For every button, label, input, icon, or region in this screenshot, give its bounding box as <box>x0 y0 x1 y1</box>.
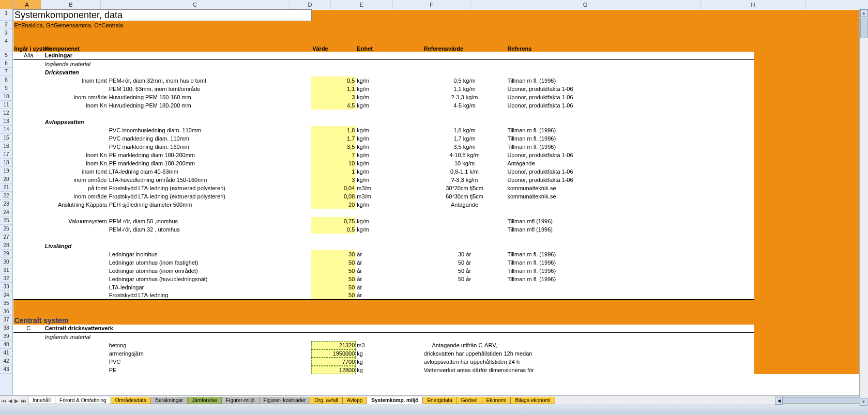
cell[interactable]: 1,1 <box>311 85 356 93</box>
cell[interactable]: Vattenverket antas därför dimensioneras … <box>423 366 507 374</box>
sheet-tab[interactable]: Beräkningar <box>150 397 188 404</box>
cell[interactable]: Tillman m fl. (1996) <box>506 76 754 85</box>
cell[interactable]: kg/m <box>356 217 422 225</box>
tab-nav-prev[interactable]: ◀ <box>8 398 13 403</box>
cell[interactable] <box>13 250 44 258</box>
cell[interactable]: kg <box>356 366 422 374</box>
row-header-8[interactable]: 8 <box>0 76 12 84</box>
cell[interactable]: avloppsvatten har uppehållstiden 24 h <box>423 358 507 366</box>
cell[interactable] <box>13 184 44 192</box>
cell[interactable] <box>13 201 44 209</box>
cell[interactable]: Uponor, produktfakta 1-06 <box>506 85 754 93</box>
cell[interactable]: PVC innomhusledning diam. 110mm <box>108 126 311 134</box>
cell[interactable] <box>13 291 44 300</box>
cell[interactable]: Frostskydd LTA-ledning <box>108 291 311 300</box>
cell[interactable]: Inom område <box>44 93 108 101</box>
column-header-D[interactable]: D <box>290 0 331 9</box>
row-header-42[interactable]: 42 <box>0 357 12 365</box>
cell[interactable]: PVC markledning diam. 110mm <box>108 134 311 143</box>
cell[interactable]: m3/m <box>356 192 422 201</box>
cell[interactable] <box>13 242 44 250</box>
cell[interactable] <box>754 209 868 217</box>
cell[interactable] <box>13 101 44 110</box>
header-cell[interactable]: Enhet <box>356 38 422 52</box>
cell[interactable]: Tillman m fl. (1996) <box>506 126 754 134</box>
cell[interactable] <box>754 118 868 126</box>
column-header-E[interactable]: E <box>331 0 393 9</box>
cell[interactable]: Antagande <box>506 159 754 167</box>
cell[interactable] <box>754 134 868 143</box>
sheet-tab[interactable]: Ekonomi <box>482 397 511 404</box>
cell[interactable] <box>108 325 754 333</box>
cell[interactable]: år <box>356 275 422 283</box>
cell[interactable] <box>754 60 868 68</box>
header-cell[interactable] <box>108 38 311 52</box>
row-header-32[interactable]: 32 <box>0 274 12 283</box>
column-header-F[interactable]: F <box>393 0 470 9</box>
cell[interactable] <box>44 250 108 258</box>
cell[interactable] <box>423 283 507 291</box>
cell[interactable] <box>754 234 868 242</box>
cell[interactable]: Alla <box>13 52 44 60</box>
cell[interactable]: kommunalteknik.se <box>506 184 754 192</box>
row-header-35[interactable]: 35 <box>0 299 12 308</box>
cell[interactable] <box>13 267 44 275</box>
cell[interactable] <box>108 333 754 341</box>
cell[interactable]: 50 år <box>423 275 507 283</box>
cell[interactable]: år <box>356 267 422 275</box>
cell[interactable] <box>754 184 868 192</box>
header-cell[interactable]: Ingår i system <box>13 38 44 52</box>
cell[interactable] <box>13 366 44 374</box>
row-header-43[interactable]: 43 <box>0 365 12 374</box>
row-header-37[interactable]: 37 <box>0 316 12 324</box>
cell[interactable] <box>13 126 44 134</box>
cell[interactable]: 3 <box>311 176 356 184</box>
cell[interactable]: PEM-rör, diam 32 , utomhus <box>108 225 311 234</box>
cell[interactable]: dricksvatten har uppehållstiden 12h meda… <box>423 349 507 358</box>
cell[interactable]: 7 <box>311 151 356 159</box>
cell[interactable] <box>13 118 44 126</box>
column-header-G[interactable]: G <box>470 0 701 9</box>
cell[interactable] <box>44 349 108 358</box>
cell[interactable] <box>13 349 44 358</box>
cell[interactable]: C <box>13 325 44 333</box>
cell[interactable]: Huvudledning PEM 150-160 mm <box>108 93 311 101</box>
cell[interactable]: Tillman m fl. (1996) <box>506 134 754 143</box>
cell[interactable] <box>506 291 754 300</box>
scroll-thumb-vertical[interactable] <box>860 18 868 38</box>
row-header-6[interactable]: 6 <box>0 59 12 68</box>
cell[interactable]: 1,7 kg/m <box>423 134 507 143</box>
cell[interactable]: år <box>356 258 422 267</box>
cell[interactable] <box>754 275 868 283</box>
cell[interactable]: inom område <box>44 192 108 201</box>
sheet-tab[interactable]: Områdesdata <box>111 397 151 404</box>
cell[interactable]: 0,08 <box>311 192 356 201</box>
cell[interactable]: kg/m <box>356 176 422 184</box>
cell[interactable] <box>423 291 507 300</box>
cell[interactable]: kg/m <box>356 159 422 167</box>
scroll-up-arrow[interactable]: ▲ <box>860 9 868 17</box>
cell[interactable]: 12800 <box>311 366 356 374</box>
cell[interactable] <box>13 60 44 68</box>
row-header-38[interactable]: 38 <box>0 324 12 332</box>
cell[interactable]: 4-10,8 kg/m <box>423 151 507 159</box>
row-header-28[interactable]: 28 <box>0 241 12 250</box>
cell[interactable]: kg/m <box>356 167 422 176</box>
cell[interactable]: kg/m <box>356 76 422 85</box>
cell[interactable]: kommunalteknik.se <box>506 192 754 201</box>
row-header-40[interactable]: 40 <box>0 341 12 349</box>
row-header-1[interactable]: 1 <box>0 9 12 21</box>
row-header-13[interactable]: 13 <box>0 117 12 126</box>
cell[interactable]: LTA-ledning diam 40-63mm <box>108 167 311 176</box>
cell[interactable] <box>44 85 108 93</box>
cell[interactable]: kg/m <box>356 134 422 143</box>
cell[interactable]: Livslängd <box>44 242 108 250</box>
cell[interactable]: Ingående material <box>44 60 108 68</box>
cell[interactable]: 4,5 <box>311 101 356 110</box>
cell[interactable]: 1,1 kg/m <box>423 85 507 93</box>
cell[interactable] <box>13 110 755 118</box>
cell[interactable] <box>13 192 44 201</box>
cell[interactable] <box>44 291 108 300</box>
cell[interactable]: LTA-ledningar <box>108 283 311 291</box>
row-header-33[interactable]: 33 <box>0 283 12 291</box>
